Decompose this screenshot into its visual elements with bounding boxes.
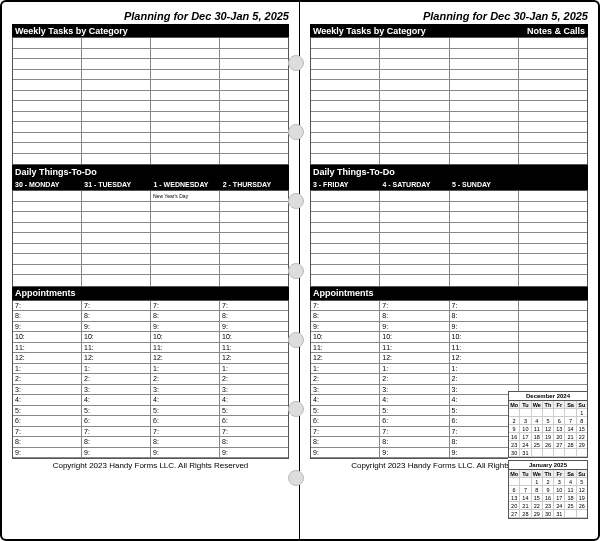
daily-cell[interactable]: [519, 254, 587, 264]
grid-cell[interactable]: [220, 70, 288, 80]
grid-cell[interactable]: [151, 38, 220, 48]
grid-cell[interactable]: [380, 80, 449, 90]
grid-cell[interactable]: [82, 133, 151, 143]
grid-cell[interactable]: [519, 154, 587, 165]
appointment-slot[interactable]: 11:: [13, 343, 81, 354]
grid-cell[interactable]: [13, 38, 82, 48]
grid-cell[interactable]: [220, 59, 288, 69]
daily-cell[interactable]: [450, 223, 519, 233]
appointment-slot[interactable]: 8:: [380, 437, 448, 448]
daily-cell[interactable]: [380, 254, 449, 264]
grid-cell[interactable]: [13, 49, 82, 59]
daily-cell[interactable]: New Year's Day: [151, 191, 220, 201]
appointment-slot[interactable]: 12:: [82, 353, 150, 364]
grid-cell[interactable]: [311, 122, 380, 132]
grid-cell[interactable]: [450, 80, 519, 90]
appointment-slot[interactable]: 7:: [13, 301, 81, 312]
grid-cell[interactable]: [82, 112, 151, 122]
grid-cell[interactable]: [311, 38, 380, 48]
grid-cell[interactable]: [519, 38, 587, 48]
grid-cell[interactable]: [151, 49, 220, 59]
daily-cell[interactable]: [220, 191, 288, 201]
appointment-slot[interactable]: 8:: [450, 311, 518, 322]
appointment-slot[interactable]: 6:: [82, 416, 150, 427]
daily-cell[interactable]: [151, 202, 220, 212]
daily-cell[interactable]: [82, 275, 151, 286]
grid-cell[interactable]: [311, 70, 380, 80]
daily-cell[interactable]: [519, 202, 587, 212]
grid-cell[interactable]: [220, 154, 288, 165]
grid-cell[interactable]: [220, 38, 288, 48]
grid-cell[interactable]: [311, 133, 380, 143]
appointment-slot[interactable]: 5:: [380, 406, 448, 417]
grid-cell[interactable]: [82, 80, 151, 90]
daily-cell[interactable]: [220, 212, 288, 222]
grid-cell[interactable]: [151, 122, 220, 132]
daily-cell[interactable]: [519, 191, 587, 201]
appointment-slot[interactable]: 3:: [380, 385, 448, 396]
appointment-slot[interactable]: 7:: [311, 301, 379, 312]
daily-cell[interactable]: [380, 275, 449, 286]
appointment-slot[interactable]: 7:: [220, 301, 288, 312]
grid-cell[interactable]: [450, 122, 519, 132]
daily-cell[interactable]: [311, 254, 380, 264]
grid-cell[interactable]: [380, 143, 449, 153]
grid-cell[interactable]: [220, 80, 288, 90]
appointment-slot[interactable]: 4:: [151, 395, 219, 406]
daily-cell[interactable]: [220, 223, 288, 233]
appointment-slot[interactable]: 2:: [380, 374, 448, 385]
appointment-slot[interactable]: 8:: [151, 311, 219, 322]
grid-cell[interactable]: [380, 133, 449, 143]
daily-cell[interactable]: [311, 233, 380, 243]
grid-cell[interactable]: [311, 91, 380, 101]
appointment-slot[interactable]: 11:: [151, 343, 219, 354]
appointment-slot[interactable]: 7:: [82, 427, 150, 438]
grid-cell[interactable]: [519, 133, 587, 143]
appointment-slot[interactable]: 6:: [311, 416, 379, 427]
daily-cell[interactable]: [220, 244, 288, 254]
grid-cell[interactable]: [450, 154, 519, 165]
grid-cell[interactable]: [380, 91, 449, 101]
appointment-slot[interactable]: 9:: [450, 322, 518, 333]
appointment-slot[interactable]: 6:: [151, 416, 219, 427]
daily-cell[interactable]: [519, 233, 587, 243]
appointment-slot[interactable]: 8:: [82, 311, 150, 322]
grid-cell[interactable]: [380, 112, 449, 122]
appointment-slot[interactable]: 7:: [82, 301, 150, 312]
grid-cell[interactable]: [82, 38, 151, 48]
daily-cell[interactable]: [311, 212, 380, 222]
daily-cell[interactable]: [220, 275, 288, 286]
grid-cell[interactable]: [519, 91, 587, 101]
daily-cell[interactable]: [311, 191, 380, 201]
daily-cell[interactable]: [82, 202, 151, 212]
grid-cell[interactable]: [450, 112, 519, 122]
daily-cell[interactable]: [220, 202, 288, 212]
appointment-slot[interactable]: 1:: [82, 364, 150, 375]
appointment-slot[interactable]: 10:: [82, 332, 150, 343]
appointment-slot[interactable]: 10:: [380, 332, 448, 343]
appointment-slot[interactable]: 11:: [311, 343, 379, 354]
appointment-slot[interactable]: 12:: [311, 353, 379, 364]
grid-cell[interactable]: [311, 101, 380, 111]
appointment-slot[interactable]: 10:: [220, 332, 288, 343]
appointment-slot[interactable]: 10:: [13, 332, 81, 343]
appointment-slot[interactable]: 8:: [13, 437, 81, 448]
daily-cell[interactable]: [13, 254, 82, 264]
appointment-slot[interactable]: 3:: [13, 385, 81, 396]
weekly-tasks-grid-right[interactable]: [310, 37, 588, 165]
grid-cell[interactable]: [450, 143, 519, 153]
grid-cell[interactable]: [82, 101, 151, 111]
grid-cell[interactable]: [519, 101, 587, 111]
grid-cell[interactable]: [13, 91, 82, 101]
grid-cell[interactable]: [151, 133, 220, 143]
grid-cell[interactable]: [151, 154, 220, 165]
grid-cell[interactable]: [151, 143, 220, 153]
daily-cell[interactable]: [311, 275, 380, 286]
appointment-slot[interactable]: 7:: [151, 301, 219, 312]
appointment-slot[interactable]: 1:: [380, 364, 448, 375]
grid-cell[interactable]: [311, 112, 380, 122]
daily-cell[interactable]: [311, 244, 380, 254]
daily-cell[interactable]: [380, 233, 449, 243]
daily-cell[interactable]: [519, 275, 587, 286]
appointment-slot[interactable]: 2:: [151, 374, 219, 385]
